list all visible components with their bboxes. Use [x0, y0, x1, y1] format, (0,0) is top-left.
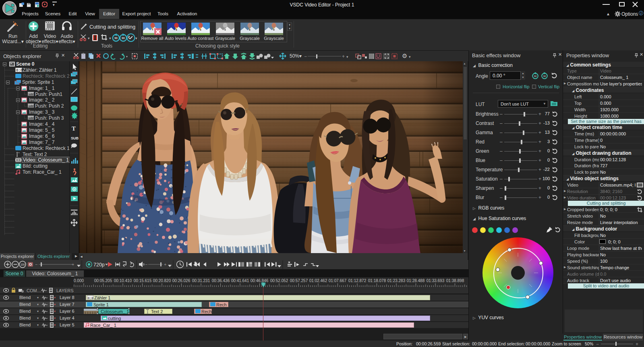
- svg-text:0.000: 0.000: [74, 278, 84, 283]
- svg-text:00:20.820: 00:20.820: [153, 278, 171, 283]
- svg-text:01:07.667: 01:07.667: [329, 278, 347, 283]
- svg-text:0:0: 0:0: [88, 296, 94, 300]
- svg-text:01:28.488: 01:28.488: [407, 278, 425, 283]
- svg-text:−: −: [35, 262, 37, 267]
- svg-text:01:02.462: 01:02.462: [309, 278, 327, 283]
- svg-text:00:15.615: 00:15.615: [134, 278, 152, 283]
- svg-text:01:18.078: 01:18.078: [368, 278, 386, 283]
- svg-text:01:23.283: 01:23.283: [387, 278, 406, 283]
- svg-text:SUB: SUB: [71, 136, 79, 140]
- svg-text:01:12.872: 01:12.872: [348, 278, 367, 283]
- svg-text:00:31.231: 00:31.231: [192, 278, 210, 283]
- svg-text:90: 90: [122, 37, 125, 39]
- svg-text:00:41.641: 00:41.641: [231, 278, 249, 283]
- svg-text:−: −: [145, 262, 147, 267]
- svg-text:00:46.846: 00:46.846: [251, 278, 269, 283]
- svg-text:00:57.257: 00:57.257: [290, 278, 308, 283]
- svg-text:+: +: [164, 262, 166, 267]
- svg-text:00:36.436: 00:36.436: [212, 278, 230, 283]
- svg-text:00:52.052: 00:52.052: [270, 278, 288, 283]
- svg-text:00:10.410: 00:10.410: [114, 278, 132, 283]
- svg-text:00:05.205: 00:05.205: [94, 278, 112, 283]
- svg-text:T: T: [72, 125, 76, 132]
- svg-text:01:38.898: 01:38.898: [446, 278, 464, 283]
- svg-text:00:26.026: 00:26.026: [172, 278, 191, 283]
- svg-text:01:33.693: 01:33.693: [427, 278, 445, 283]
- svg-text:+: +: [72, 262, 74, 267]
- svg-text:100: 100: [21, 263, 25, 266]
- svg-text:90: 90: [114, 37, 118, 39]
- svg-text:720p: 720p: [93, 262, 105, 268]
- svg-text:0:0: 0:0: [16, 69, 22, 72]
- svg-text:90: 90: [534, 75, 537, 77]
- svg-text:90: 90: [543, 75, 546, 77]
